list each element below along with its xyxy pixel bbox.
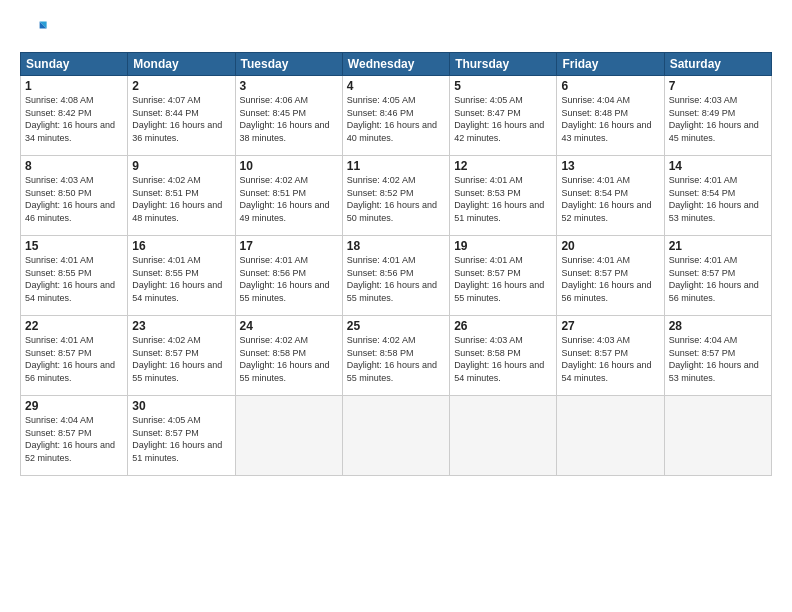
day-cell-8: 8 Sunrise: 4:03 AMSunset: 8:50 PMDayligh…: [21, 156, 128, 236]
day-cell-11: 11 Sunrise: 4:02 AMSunset: 8:52 PMDaylig…: [342, 156, 449, 236]
day-number: 20: [561, 239, 659, 253]
day-cell-25: 25 Sunrise: 4:02 AMSunset: 8:58 PMDaylig…: [342, 316, 449, 396]
col-header-monday: Monday: [128, 53, 235, 76]
col-header-wednesday: Wednesday: [342, 53, 449, 76]
day-number: 27: [561, 319, 659, 333]
day-info: Sunrise: 4:06 AMSunset: 8:45 PMDaylight:…: [240, 95, 330, 143]
day-info: Sunrise: 4:03 AMSunset: 8:57 PMDaylight:…: [561, 335, 651, 383]
day-number: 4: [347, 79, 445, 93]
day-number: 10: [240, 159, 338, 173]
day-info: Sunrise: 4:05 AMSunset: 8:57 PMDaylight:…: [132, 415, 222, 463]
day-info: Sunrise: 4:03 AMSunset: 8:50 PMDaylight:…: [25, 175, 115, 223]
day-number: 8: [25, 159, 123, 173]
day-cell-27: 27 Sunrise: 4:03 AMSunset: 8:57 PMDaylig…: [557, 316, 664, 396]
day-info: Sunrise: 4:01 AMSunset: 8:53 PMDaylight:…: [454, 175, 544, 223]
day-info: Sunrise: 4:03 AMSunset: 8:58 PMDaylight:…: [454, 335, 544, 383]
day-cell-2: 2 Sunrise: 4:07 AMSunset: 8:44 PMDayligh…: [128, 76, 235, 156]
day-info: Sunrise: 4:02 AMSunset: 8:52 PMDaylight:…: [347, 175, 437, 223]
logo: [20, 16, 52, 44]
empty-cell: [664, 396, 771, 476]
day-cell-6: 6 Sunrise: 4:04 AMSunset: 8:48 PMDayligh…: [557, 76, 664, 156]
day-number: 1: [25, 79, 123, 93]
day-cell-28: 28 Sunrise: 4:04 AMSunset: 8:57 PMDaylig…: [664, 316, 771, 396]
day-info: Sunrise: 4:01 AMSunset: 8:55 PMDaylight:…: [25, 255, 115, 303]
day-cell-3: 3 Sunrise: 4:06 AMSunset: 8:45 PMDayligh…: [235, 76, 342, 156]
logo-icon: [20, 16, 48, 44]
day-cell-12: 12 Sunrise: 4:01 AMSunset: 8:53 PMDaylig…: [450, 156, 557, 236]
day-cell-29: 29 Sunrise: 4:04 AMSunset: 8:57 PMDaylig…: [21, 396, 128, 476]
day-cell-7: 7 Sunrise: 4:03 AMSunset: 8:49 PMDayligh…: [664, 76, 771, 156]
day-cell-9: 9 Sunrise: 4:02 AMSunset: 8:51 PMDayligh…: [128, 156, 235, 236]
day-info: Sunrise: 4:01 AMSunset: 8:56 PMDaylight:…: [347, 255, 437, 303]
day-info: Sunrise: 4:04 AMSunset: 8:57 PMDaylight:…: [25, 415, 115, 463]
day-cell-14: 14 Sunrise: 4:01 AMSunset: 8:54 PMDaylig…: [664, 156, 771, 236]
day-info: Sunrise: 4:01 AMSunset: 8:56 PMDaylight:…: [240, 255, 330, 303]
day-cell-21: 21 Sunrise: 4:01 AMSunset: 8:57 PMDaylig…: [664, 236, 771, 316]
day-number: 22: [25, 319, 123, 333]
empty-cell: [342, 396, 449, 476]
calendar-header-row: SundayMondayTuesdayWednesdayThursdayFrid…: [21, 53, 772, 76]
day-number: 19: [454, 239, 552, 253]
day-number: 6: [561, 79, 659, 93]
day-number: 23: [132, 319, 230, 333]
day-number: 24: [240, 319, 338, 333]
day-number: 17: [240, 239, 338, 253]
day-info: Sunrise: 4:01 AMSunset: 8:57 PMDaylight:…: [454, 255, 544, 303]
day-cell-20: 20 Sunrise: 4:01 AMSunset: 8:57 PMDaylig…: [557, 236, 664, 316]
week-row-5: 29 Sunrise: 4:04 AMSunset: 8:57 PMDaylig…: [21, 396, 772, 476]
day-cell-30: 30 Sunrise: 4:05 AMSunset: 8:57 PMDaylig…: [128, 396, 235, 476]
day-info: Sunrise: 4:02 AMSunset: 8:51 PMDaylight:…: [240, 175, 330, 223]
day-cell-5: 5 Sunrise: 4:05 AMSunset: 8:47 PMDayligh…: [450, 76, 557, 156]
day-info: Sunrise: 4:05 AMSunset: 8:46 PMDaylight:…: [347, 95, 437, 143]
day-cell-4: 4 Sunrise: 4:05 AMSunset: 8:46 PMDayligh…: [342, 76, 449, 156]
day-number: 25: [347, 319, 445, 333]
day-cell-18: 18 Sunrise: 4:01 AMSunset: 8:56 PMDaylig…: [342, 236, 449, 316]
week-row-4: 22 Sunrise: 4:01 AMSunset: 8:57 PMDaylig…: [21, 316, 772, 396]
col-header-sunday: Sunday: [21, 53, 128, 76]
day-number: 13: [561, 159, 659, 173]
day-number: 21: [669, 239, 767, 253]
day-cell-15: 15 Sunrise: 4:01 AMSunset: 8:55 PMDaylig…: [21, 236, 128, 316]
day-number: 11: [347, 159, 445, 173]
day-info: Sunrise: 4:02 AMSunset: 8:58 PMDaylight:…: [347, 335, 437, 383]
day-cell-22: 22 Sunrise: 4:01 AMSunset: 8:57 PMDaylig…: [21, 316, 128, 396]
day-cell-13: 13 Sunrise: 4:01 AMSunset: 8:54 PMDaylig…: [557, 156, 664, 236]
day-cell-24: 24 Sunrise: 4:02 AMSunset: 8:58 PMDaylig…: [235, 316, 342, 396]
day-number: 16: [132, 239, 230, 253]
day-info: Sunrise: 4:07 AMSunset: 8:44 PMDaylight:…: [132, 95, 222, 143]
week-row-1: 1 Sunrise: 4:08 AMSunset: 8:42 PMDayligh…: [21, 76, 772, 156]
day-info: Sunrise: 4:01 AMSunset: 8:55 PMDaylight:…: [132, 255, 222, 303]
day-info: Sunrise: 4:01 AMSunset: 8:57 PMDaylight:…: [669, 255, 759, 303]
day-info: Sunrise: 4:03 AMSunset: 8:49 PMDaylight:…: [669, 95, 759, 143]
day-number: 5: [454, 79, 552, 93]
week-row-2: 8 Sunrise: 4:03 AMSunset: 8:50 PMDayligh…: [21, 156, 772, 236]
day-number: 15: [25, 239, 123, 253]
day-number: 9: [132, 159, 230, 173]
day-cell-17: 17 Sunrise: 4:01 AMSunset: 8:56 PMDaylig…: [235, 236, 342, 316]
day-number: 14: [669, 159, 767, 173]
empty-cell: [557, 396, 664, 476]
day-number: 28: [669, 319, 767, 333]
day-info: Sunrise: 4:02 AMSunset: 8:51 PMDaylight:…: [132, 175, 222, 223]
day-info: Sunrise: 4:05 AMSunset: 8:47 PMDaylight:…: [454, 95, 544, 143]
day-info: Sunrise: 4:01 AMSunset: 8:57 PMDaylight:…: [561, 255, 651, 303]
day-number: 3: [240, 79, 338, 93]
empty-cell: [235, 396, 342, 476]
week-row-3: 15 Sunrise: 4:01 AMSunset: 8:55 PMDaylig…: [21, 236, 772, 316]
calendar: SundayMondayTuesdayWednesdayThursdayFrid…: [20, 52, 772, 476]
day-cell-19: 19 Sunrise: 4:01 AMSunset: 8:57 PMDaylig…: [450, 236, 557, 316]
page-header: [20, 16, 772, 44]
day-number: 7: [669, 79, 767, 93]
day-info: Sunrise: 4:02 AMSunset: 8:58 PMDaylight:…: [240, 335, 330, 383]
day-cell-10: 10 Sunrise: 4:02 AMSunset: 8:51 PMDaylig…: [235, 156, 342, 236]
day-info: Sunrise: 4:04 AMSunset: 8:57 PMDaylight:…: [669, 335, 759, 383]
day-info: Sunrise: 4:01 AMSunset: 8:54 PMDaylight:…: [561, 175, 651, 223]
day-number: 2: [132, 79, 230, 93]
col-header-tuesday: Tuesday: [235, 53, 342, 76]
day-info: Sunrise: 4:08 AMSunset: 8:42 PMDaylight:…: [25, 95, 115, 143]
col-header-friday: Friday: [557, 53, 664, 76]
day-cell-23: 23 Sunrise: 4:02 AMSunset: 8:57 PMDaylig…: [128, 316, 235, 396]
day-cell-26: 26 Sunrise: 4:03 AMSunset: 8:58 PMDaylig…: [450, 316, 557, 396]
day-info: Sunrise: 4:01 AMSunset: 8:57 PMDaylight:…: [25, 335, 115, 383]
col-header-saturday: Saturday: [664, 53, 771, 76]
